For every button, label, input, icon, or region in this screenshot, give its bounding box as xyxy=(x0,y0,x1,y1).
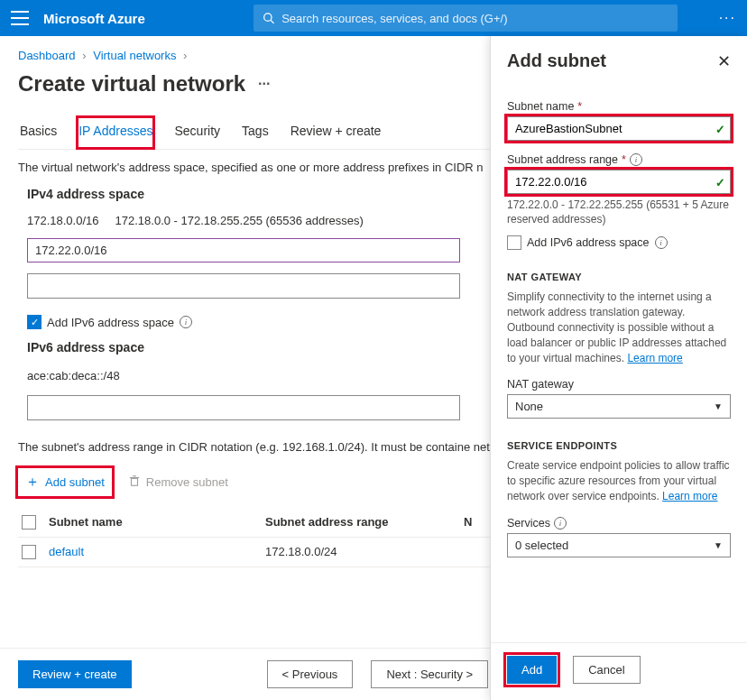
subnet-name-link[interactable]: default xyxy=(49,545,265,558)
nat-gateway-select[interactable]: None ▼ xyxy=(507,394,731,419)
add-subnet-label: Add subnet xyxy=(45,475,105,489)
previous-button[interactable]: < Previous xyxy=(267,660,354,688)
service-endpoints-header: SERVICE ENDPOINTS xyxy=(507,440,731,451)
learn-more-link[interactable]: Learn more xyxy=(662,490,717,502)
nat-section-header: NAT GATEWAY xyxy=(507,272,731,282)
svg-line-1 xyxy=(271,21,273,23)
info-icon[interactable]: i xyxy=(630,153,642,166)
nat-gateway-label: NAT gateway xyxy=(507,378,731,391)
checkbox-icon[interactable]: ✓ xyxy=(22,545,36,559)
tab-security[interactable]: Security xyxy=(172,116,222,149)
hamburger-menu-icon[interactable] xyxy=(11,11,29,25)
subnet-range: 172.18.0.0/24 xyxy=(265,545,464,558)
add-ipv6-label: Add IPv6 address space xyxy=(47,316,174,329)
chevron-right-icon: › xyxy=(183,49,187,62)
breadcrumb-vnets[interactable]: Virtual networks xyxy=(93,49,176,62)
col-subnet-name: Subnet name xyxy=(49,515,265,529)
panel-add-button[interactable]: Add xyxy=(507,656,557,684)
review-create-button[interactable]: Review + create xyxy=(18,660,132,688)
services-label: Services i xyxy=(507,517,731,530)
info-icon[interactable]: i xyxy=(180,316,192,328)
ipv4-cidr: 172.18.0.0/16 xyxy=(27,214,99,227)
panel-body: Subnet name* ✓ Subnet address range* i ✓… xyxy=(491,78,747,642)
subnet-range-label: Subnet address range* i xyxy=(507,153,731,166)
subnet-range-field-wrap: ✓ xyxy=(507,170,731,194)
tab-basics[interactable]: Basics xyxy=(18,116,59,149)
tab-ip-addresses[interactable]: IP Addresses xyxy=(77,116,154,149)
subnet-range-hint: 172.22.0.0 - 172.22.255.255 (65531 + 5 A… xyxy=(507,198,731,226)
info-icon[interactable]: i xyxy=(655,236,668,249)
ipv6-cidr-input-empty[interactable] xyxy=(27,395,460,420)
chevron-down-icon: ▼ xyxy=(714,401,723,411)
add-subnet-panel: Add subnet ✕ Subnet name* ✓ Subnet addre… xyxy=(490,36,747,700)
panel-add-ipv6-row[interactable]: ✓ Add IPv6 address space i xyxy=(507,235,731,250)
plus-icon: ＋ xyxy=(25,473,40,492)
service-endpoints-body: Create service endpoint policies to allo… xyxy=(507,458,731,503)
panel-cancel-button[interactable]: Cancel xyxy=(573,656,640,684)
checkbox-checked-icon[interactable]: ✓ xyxy=(27,315,42,329)
subnet-name-label: Subnet name* xyxy=(507,100,731,113)
subnet-name-field-wrap: ✓ xyxy=(507,116,731,141)
search-input[interactable] xyxy=(281,12,669,25)
col-subnet-range: Subnet address range xyxy=(265,515,464,529)
col-extra: N xyxy=(464,515,472,529)
page-more-icon[interactable]: ··· xyxy=(258,76,270,92)
panel-title: Add subnet xyxy=(507,51,606,71)
panel-footer: Add Cancel xyxy=(491,642,747,700)
services-value: 0 selected xyxy=(515,539,568,552)
add-subnet-button[interactable]: ＋ Add subnet xyxy=(18,468,112,496)
check-icon: ✓ xyxy=(715,122,725,135)
close-icon[interactable]: ✕ xyxy=(717,51,731,71)
remove-subnet-button: Remove subnet xyxy=(128,474,228,490)
tab-tags[interactable]: Tags xyxy=(240,116,271,149)
nat-gateway-value: None xyxy=(515,400,543,413)
svg-rect-2 xyxy=(131,478,137,485)
global-search[interactable] xyxy=(254,5,678,32)
check-icon: ✓ xyxy=(715,175,725,189)
checkbox-icon[interactable]: ✓ xyxy=(507,235,521,250)
svg-point-0 xyxy=(263,14,271,21)
azure-top-bar: Microsoft Azure ··· xyxy=(0,0,747,36)
ipv4-range: 172.18.0.0 - 172.18.255.255 (65536 addre… xyxy=(115,214,364,227)
search-icon xyxy=(263,12,274,24)
ipv4-cidr-input[interactable] xyxy=(27,238,460,262)
tab-review-create[interactable]: Review + create xyxy=(289,116,383,149)
info-icon[interactable]: i xyxy=(554,517,567,530)
chevron-right-icon: › xyxy=(82,49,86,62)
remove-subnet-label: Remove subnet xyxy=(146,475,228,489)
panel-header: Add subnet ✕ xyxy=(491,36,747,78)
trash-icon xyxy=(128,474,141,490)
services-select[interactable]: 0 selected ▼ xyxy=(507,533,731,557)
overflow-menu-icon[interactable]: ··· xyxy=(719,10,736,26)
page-title-text: Create virtual network xyxy=(18,71,245,97)
checkbox-icon[interactable]: ✓ xyxy=(22,515,36,530)
subnet-name-input[interactable] xyxy=(507,116,731,141)
subnet-range-input[interactable] xyxy=(507,170,731,194)
learn-more-link[interactable]: Learn more xyxy=(627,352,682,364)
brand-label: Microsoft Azure xyxy=(43,11,145,26)
breadcrumb-dashboard[interactable]: Dashboard xyxy=(18,49,76,62)
next-button[interactable]: Next : Security > xyxy=(371,660,488,688)
chevron-down-icon: ▼ xyxy=(714,540,723,550)
panel-add-ipv6-label: Add IPv6 address space xyxy=(527,236,650,249)
nat-section-body: Simplify connectivity to the internet us… xyxy=(507,290,731,365)
ipv4-cidr-input-empty[interactable] xyxy=(27,273,460,299)
